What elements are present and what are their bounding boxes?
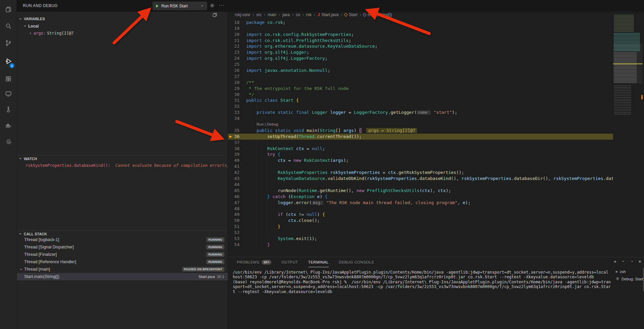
breadcrumb-item-start-java[interactable]: JStart.java (318, 12, 338, 17)
call-stack-thread[interactable]: ›Thread [main]PAUSED ON BREAKPOINT (17, 266, 228, 273)
code-line-27[interactable]: 27 (228, 74, 613, 80)
close-panel-icon[interactable]: × (638, 258, 641, 264)
frame-label: Start.main(String[]) (24, 274, 59, 279)
call-stack-thread[interactable]: Thread [Signal Dispatcher]RUNNING (17, 243, 228, 251)
remote-explorer-icon[interactable] (0, 87, 17, 100)
code-line-42[interactable]: 42 RskSystemProperties rskSystemProperti… (228, 170, 613, 176)
code-line-47[interactable]: 47 logger.error(msg: "The RSK node main … (228, 200, 613, 206)
chevron-down-icon[interactable]: › (19, 268, 24, 271)
terminal-tab-debug-start[interactable]: Debug: Start (615, 275, 642, 283)
new-terminal-icon[interactable]: + (613, 258, 616, 264)
code-line-24[interactable]: 24import org.slf4j.LoggerFactory; (228, 55, 613, 61)
code-line-44[interactable]: 44 (228, 182, 613, 188)
frame-location: Start.java36:1 (199, 275, 224, 279)
breadcrumb-item-rsk[interactable]: rsk (306, 12, 312, 17)
more-actions-icon[interactable]: ··· (219, 2, 224, 8)
code-line-39[interactable]: 39 try { (228, 151, 613, 157)
terminal-tab-label: Debug: Start (622, 277, 643, 281)
breadcrumb-item-src[interactable]: src (256, 12, 262, 17)
extensions-icon[interactable] (0, 72, 17, 86)
terminal-dropdown-icon[interactable]: › (621, 260, 626, 263)
variables-section-header[interactable]: ›VARIABLES (17, 15, 228, 22)
thread-status-badge: PAUSED ON BREAKPOINT (182, 267, 224, 272)
terminal-tab-zsh[interactable]: >zsh (615, 268, 642, 275)
code-line-36[interactable]: 36 setUpThread(Thread.currentThread()); (228, 134, 613, 140)
search-icon[interactable] (0, 19, 17, 33)
code-line-49[interactable]: 49 if (ctx != null) { (228, 211, 613, 218)
code-line-52[interactable]: 52 (228, 230, 613, 236)
code-line-34[interactable]: 34 (228, 115, 613, 122)
code-line-22[interactable]: 22import org.ethereum.datasource.KeyValu… (228, 43, 613, 49)
thread-status-badge: RUNNING (206, 245, 224, 249)
testing-icon[interactable] (0, 103, 17, 116)
explorer-icon[interactable] (0, 3, 17, 16)
breadcrumb-item-main[interactable]: main (268, 12, 276, 17)
code-line-53[interactable]: 53 System.exit(1); (228, 236, 613, 242)
breadcrumb-item-main-string-[interactable]: main(String[]) (363, 12, 392, 17)
code-line-28[interactable]: 28/** (228, 80, 613, 86)
watch-expression-row[interactable]: rskSystemProperties.databaseKind(): Cann… (17, 163, 228, 168)
minimap[interactable] (613, 14, 643, 172)
breadcrumb-item-co[interactable]: co (296, 12, 300, 17)
source-control-icon[interactable] (0, 36, 17, 50)
watch-section-header[interactable]: ›WATCH (17, 155, 228, 162)
stack-frame[interactable]: Start.main(String[])Start.java36:1 (17, 273, 228, 280)
code-line-31[interactable]: 31public class Start { (228, 97, 613, 103)
code-line-25[interactable]: 25 (228, 61, 613, 67)
paused-breakpoint-icon[interactable] (228, 134, 233, 139)
code-line-45[interactable]: 45 runNode(Runtime.getRuntime(), new Pre… (228, 188, 613, 194)
line-number: 39 (232, 151, 239, 157)
maximize-panel-icon[interactable]: › (629, 260, 634, 263)
line-number: 46 (232, 194, 239, 200)
docker-icon[interactable] (0, 119, 17, 133)
breadcrumb-label: rskj-core (235, 12, 250, 17)
codelens-debug-link[interactable]: Debug (267, 122, 278, 126)
call-stack-thread[interactable]: Thread [Reference Handler]RUNNING (17, 258, 228, 266)
variables-scope-local[interactable]: ›Local (23, 23, 39, 29)
panel-tab-terminal[interactable]: TERMINAL (308, 257, 329, 267)
code-line-26[interactable]: 26import javax.annotation.Nonnull; (228, 67, 613, 74)
code-line-54[interactable]: 54 } (228, 242, 613, 248)
breadcrumb-item-start[interactable]: Start (344, 12, 357, 17)
gear-icon[interactable] (210, 3, 215, 9)
code-line-43[interactable]: 43 KeyValueDataSource.validateDbKind(rsk… (228, 176, 613, 182)
code-line-29[interactable]: 29 * The entrypoint for the RSK full nod… (228, 86, 613, 92)
run-and-debug-icon[interactable]: 1 (0, 54, 17, 68)
codelens-run-link[interactable]: Run (257, 122, 264, 126)
code-line-30[interactable]: 30 */ (228, 92, 613, 98)
code-line-20[interactable]: 20import co.rsk.config.RskSystemProperti… (228, 32, 613, 38)
code-line-23[interactable]: 23import org.slf4j.Logger; (228, 49, 613, 55)
code-line-48[interactable]: 48 (228, 206, 613, 212)
code-line-19[interactable]: 19 (228, 26, 613, 32)
panel-tab-output[interactable]: OUTPUT (281, 257, 298, 267)
breadcrumb-item-rskj-core[interactable]: rskj-core (235, 12, 250, 17)
code-line-33[interactable]: 33 private static final Logger logger = … (228, 109, 613, 115)
code-line-32[interactable]: 32 (228, 103, 613, 109)
code-line-41[interactable]: 41 (228, 163, 613, 170)
code-line-38[interactable]: 38 RskContext ctx = null; (228, 146, 613, 152)
code-editor[interactable]: 17 */18package co.rsk;1920import co.rsk.… (228, 18, 613, 253)
code-line-46[interactable]: 46 } catch (Exception e) { (228, 194, 613, 200)
code-line-37[interactable]: 37 (228, 140, 613, 146)
code-line-18[interactable]: 18package co.rsk; (228, 19, 613, 26)
code-line-35[interactable]: 35 public static void main(String[] args… (228, 128, 613, 134)
code-line-50[interactable]: 50 ctx.close(); (228, 218, 613, 224)
panel-tab-debug-console[interactable]: DEBUG CONSOLE (339, 257, 374, 267)
minimap-slider[interactable] (613, 44, 643, 84)
code-text: ctx.close(); (246, 218, 613, 224)
code-line-21[interactable]: 21import co.rsk.util.PreflightChecksUtil… (228, 38, 613, 44)
breadcrumb-item-java[interactable]: java (282, 12, 290, 17)
call-stack-thread[interactable]: Thread [Finalizer]RUNNING (17, 251, 228, 258)
gradle-icon[interactable] (0, 135, 17, 149)
chevron-down-icon[interactable]: › (198, 3, 207, 8)
code-line-51[interactable]: 51 } (228, 224, 613, 230)
code-line-40[interactable]: 40 ctx = new RskContext(args); (228, 157, 613, 163)
run-config-dropdown[interactable]: Run RSK Start › (153, 2, 207, 10)
panel-tab-problems[interactable]: PROBLEMS1K+ (237, 257, 271, 267)
class-symbol-icon (344, 13, 347, 16)
variable-args[interactable]: › args: String[2]@7 (29, 31, 74, 36)
call-stack-thread[interactable]: Thread [logback-1]RUNNING (17, 236, 228, 243)
codelens-row[interactable]: Run | Debug (228, 122, 613, 128)
terminal-output[interactable]: /usr/bin/env /Library/Internet\ Plug-Ins… (233, 270, 612, 294)
line-number: 51 (232, 224, 239, 230)
